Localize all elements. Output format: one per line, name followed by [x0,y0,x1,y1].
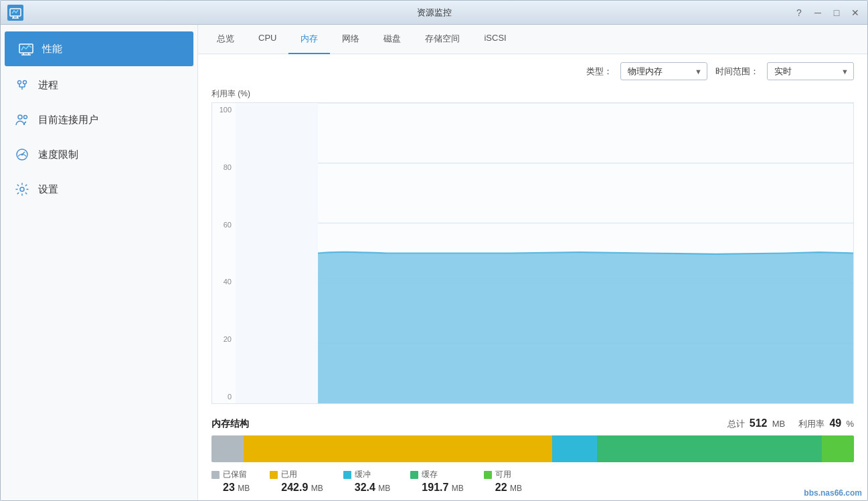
tab-memory[interactable]: 内存 [288,25,330,54]
usage-label: 利用率 49 % [798,417,854,430]
total-unit: MB [772,419,786,429]
memory-stats: 总计 512 MB 利用率 49 % [727,417,855,430]
sidebar: 性能 进程 [1,25,198,500]
sidebar-label-performance: 性能 [42,43,62,56]
tab-storage[interactable]: 存储空间 [413,25,472,54]
sidebar-item-process[interactable]: 进程 [1,68,197,102]
memory-bar [211,435,854,462]
memory-header: 内存结构 总计 512 MB 利用率 49 % [211,417,854,430]
users-icon [14,112,30,128]
total-label: 总计 512 MB [727,417,786,430]
speed-icon [14,146,30,163]
settings-icon [14,181,30,197]
sidebar-label-process: 进程 [38,79,58,92]
usage-value: 49 [829,417,841,429]
close-button[interactable]: ✕ [850,7,861,18]
memory-legend: 已保留 23 MB 已用 242.9 [211,469,854,494]
tabbar: 总览 CPU 内存 网络 磁盘 存储空间 iSCSI [198,25,867,54]
legend-value-available: 22 MB [495,482,522,494]
mem-seg-buffer [552,435,597,462]
tab-network[interactable]: 网络 [330,25,371,54]
legend-label-used: 已用 [281,469,297,480]
sidebar-item-connected-users[interactable]: 目前连接用户 [1,102,197,137]
chart-container: 利用率 (%) 100 80 60 40 20 0 [198,88,867,411]
svg-point-15 [24,116,27,119]
time-select-wrapper: 实时 1小时 24小时 ▼ [767,62,854,80]
legend-dot-cached [410,471,418,479]
svg-point-20 [20,187,24,191]
mem-seg-cached [597,435,822,462]
mem-seg-available [822,435,854,462]
legend-value-used: 242.9 MB [281,482,323,494]
tab-overview[interactable]: 总览 [205,25,246,54]
legend-dot-buffer [343,471,351,479]
window-controls: ? ─ □ ✕ [794,7,861,18]
memory-section: 内存结构 总计 512 MB 利用率 49 % [198,411,867,500]
sidebar-item-settings[interactable]: 设置 [1,172,197,207]
help-button[interactable]: ? [794,7,804,18]
mem-seg-reserved [211,435,244,462]
time-label: 时间范围： [715,66,759,78]
tab-cpu[interactable]: CPU [246,25,288,54]
minimize-button[interactable]: ─ [812,7,823,18]
chart-svg [236,103,853,403]
type-label: 类型： [586,66,612,78]
svg-point-14 [18,115,22,119]
chart-inner [236,103,853,403]
y-label-80: 80 [215,163,232,171]
legend-label-reserved: 已保留 [223,469,247,480]
legend-buffer: 缓冲 32.4 MB [343,469,391,494]
controls-row: 类型： 物理内存 虚拟内存 ▼ 时间范围： 实时 1小时 24小时 ▼ [198,54,867,88]
chart-y-title: 利用率 (%) [211,88,854,100]
content-area: 总览 CPU 内存 网络 磁盘 存储空间 iSCSI 类型： 物理内存 虚拟内存… [198,25,867,500]
mem-seg-used [244,435,552,462]
usage-unit: % [846,419,854,429]
legend-dot-reserved [211,471,220,479]
tab-iscsi[interactable]: iSCSI [472,25,518,54]
sidebar-label-connected-users: 目前连接用户 [38,114,98,126]
y-label-60: 60 [215,221,232,229]
titlebar: 资源监控 ? ─ □ ✕ [1,1,867,25]
y-label-40: 40 [215,278,232,286]
type-select[interactable]: 物理内存 虚拟内存 [620,62,707,80]
legend-value-cached: 191.7 MB [422,482,464,494]
app-icon [7,5,23,21]
y-label-20: 20 [215,335,232,343]
main-layout: 性能 进程 [1,25,867,500]
svg-rect-27 [236,103,318,403]
sidebar-label-speed-limit: 速度限制 [38,148,78,161]
legend-dot-available [484,471,492,479]
legend-reserved: 已保留 23 MB [211,469,250,494]
legend-available: 可用 22 MB [484,469,522,494]
y-axis: 100 80 60 40 20 0 [212,103,236,403]
legend-dot-used [270,471,278,479]
memory-section-title: 内存结构 [211,418,249,430]
legend-value-reserved: 23 MB [223,482,250,494]
legend-label-buffer: 缓冲 [355,469,371,480]
svg-point-9 [23,81,27,84]
performance-icon [18,41,34,57]
time-select[interactable]: 实时 1小时 24小时 [767,62,854,80]
chart-area: 100 80 60 40 20 0 [211,102,854,404]
type-select-wrapper: 物理内存 虚拟内存 ▼ [620,62,707,80]
legend-cached: 缓存 191.7 MB [410,469,464,494]
y-label-0: 0 [215,393,232,401]
svg-point-8 [18,81,21,84]
legend-used: 已用 242.9 MB [270,469,323,494]
legend-label-available: 可用 [495,469,511,480]
watermark: bbs.nas66.com [804,488,862,498]
total-value: 512 [750,417,768,429]
sidebar-item-performance[interactable]: 性能 [5,31,193,66]
maximize-button[interactable]: □ [831,7,842,18]
legend-label-cached: 缓存 [422,469,438,480]
window-title: 资源监控 [417,7,452,19]
sidebar-item-speed-limit[interactable]: 速度限制 [1,137,197,172]
tab-disk[interactable]: 磁盘 [371,25,413,54]
app-window: 资源监控 ? ─ □ ✕ 性能 [0,0,868,501]
process-icon [14,77,30,93]
sidebar-label-settings: 设置 [38,183,58,196]
legend-value-buffer: 32.4 MB [355,482,391,494]
y-label-100: 100 [215,106,232,114]
